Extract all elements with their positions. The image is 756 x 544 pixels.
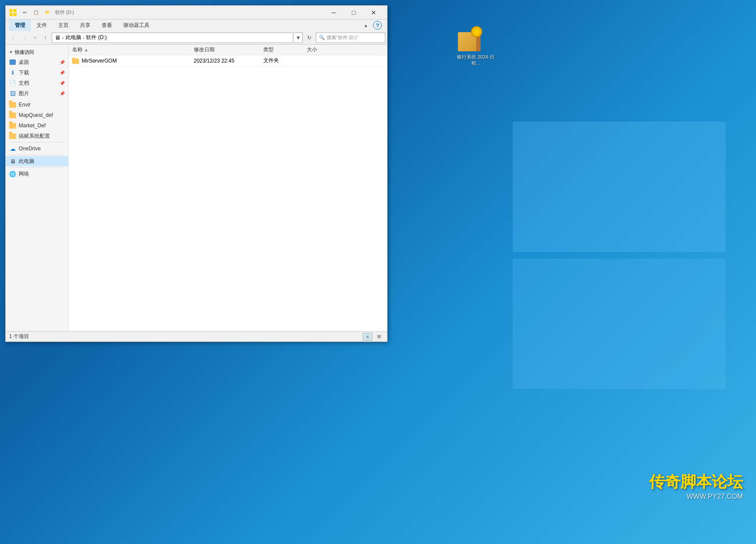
pin-icon-4: 📌 [60, 91, 65, 96]
address-dropdown[interactable]: ▼ [294, 33, 303, 43]
sidebar-label-marketdef: Market_Def [19, 123, 46, 129]
qat-properties[interactable]: 📋 [31, 8, 41, 17]
maximize-button[interactable]: □ [344, 6, 364, 20]
tab-share[interactable]: 共享 [74, 20, 96, 31]
search-box[interactable]: 🔍 搜索"软件 (D:)" [316, 33, 385, 43]
pc-icon: 🖥 [55, 34, 60, 41]
sidebar-label-thispc: 此电脑 [19, 158, 34, 165]
qat-new-folder[interactable]: 📁 [42, 8, 53, 17]
status-right: ≡ ⊞ [363, 333, 384, 341]
pictures-icon-sm: 🖼 [9, 90, 16, 97]
win-shape-top [513, 122, 726, 252]
sidebar-label-sysconfig: 搞赋系统配置 [19, 133, 50, 140]
col-header-name[interactable]: 名称 ▲ [69, 46, 190, 53]
file-type-label: 文件夹 [263, 57, 279, 63]
sort-arrow: ▲ [84, 48, 88, 52]
desktop-icon-sm [9, 59, 16, 66]
sidebar-item-desktop[interactable]: 桌面 📌 [6, 57, 68, 67]
desktop-icon-label: 银行系统 2024-日程... [456, 54, 495, 66]
sidebar-header-quickaccess[interactable]: ▼ 快速访问 [6, 47, 68, 57]
col-header-date[interactable]: 修改日期 [190, 46, 260, 53]
svg-rect-2 [10, 13, 13, 16]
network-icon: 🌐 [9, 170, 16, 177]
col-header-type[interactable]: 类型 [260, 46, 303, 53]
tab-file[interactable]: 文件 [31, 20, 53, 31]
folder-icon-mapquest [9, 112, 16, 119]
folder-icon-sysconfig [9, 133, 16, 139]
svg-rect-1 [13, 9, 17, 12]
status-count: 1 个项目 [9, 333, 29, 340]
back-button[interactable]: ‹ [7, 32, 19, 43]
sidebar-label-pictures: 图片 [19, 90, 29, 97]
file-type-cell: 文件夹 [260, 57, 303, 64]
path-this-pc: 此电脑 [66, 34, 81, 41]
sidebar-item-network[interactable]: 🌐 网络 [6, 169, 68, 179]
sidebar-label-envir: Envir [19, 102, 30, 108]
up-button[interactable]: ↑ [40, 32, 51, 43]
ribbon-collapse[interactable]: ▲ [360, 20, 371, 31]
quickaccess-label: 快速访问 [15, 49, 34, 56]
tab-manage[interactable]: 管理 [9, 20, 31, 31]
tab-view[interactable]: 查看 [96, 20, 118, 31]
watermark-main: 传奇脚本论坛 [649, 471, 743, 493]
sidebar-label-mapquest: MapQuest_def [19, 112, 53, 118]
close-button[interactable]: ✕ [364, 6, 384, 20]
ribbon-tabs: 管理 文件 主页 共享 查看 驱动器工具 ▲ ? [6, 20, 387, 31]
forward-button[interactable]: › [20, 32, 31, 43]
docs-icon-sm: 📄 [9, 80, 16, 86]
windows-logo-decoration [513, 122, 756, 408]
watermark-url: WWW.PY27.COM [649, 493, 743, 501]
sidebar-item-pictures[interactable]: 🖼 图片 📌 [6, 88, 68, 99]
sidebar-section-quickaccess: ▼ 快速访问 桌面 📌 ⬇ 下载 [6, 46, 68, 100]
sidebar-label-onedrive: OneDrive [19, 146, 41, 152]
explorer-window: ↩ 📋 📁 软件 (D:) ─ □ ✕ 管理 文件 主页 共享 查看 驱动器工具… [5, 5, 388, 342]
tab-home[interactable]: 主页 [53, 20, 74, 31]
bank-icon [456, 26, 482, 52]
desktop-icon-bank[interactable]: 银行系统 2024-日程... [456, 26, 495, 66]
sidebar-item-docs[interactable]: 📄 文档 📌 [6, 78, 68, 88]
recent-locations[interactable]: ▼ [32, 32, 39, 43]
tab-drive-tools[interactable]: 驱动器工具 [118, 20, 155, 31]
sidebar-item-thispc[interactable]: 🖥 此电脑 [6, 156, 68, 166]
file-list: 名称 ▲ 修改日期 类型 大小 [69, 45, 387, 331]
pin-icon-2: 📌 [60, 70, 65, 75]
col-header-size[interactable]: 大小 [303, 46, 338, 53]
status-bar: 1 个项目 ≡ ⊞ [6, 331, 387, 342]
refresh-button[interactable]: ↻ [304, 32, 315, 43]
sidebar-item-onedrive[interactable]: ☁ OneDrive [6, 143, 68, 154]
sidebar-item-marketdef[interactable]: Market_Def [6, 120, 68, 131]
main-area: ▼ 快速访问 桌面 📌 ⬇ 下载 [6, 45, 387, 331]
coins-icon [471, 26, 482, 37]
sidebar-item-envir[interactable]: Envir [6, 100, 68, 110]
win-shape-bottom [513, 259, 726, 389]
table-row[interactable]: MirServerGOM 2023/12/23 22:45 文件夹 [69, 55, 387, 66]
window-icon [9, 9, 17, 17]
title-bar: ↩ 📋 📁 软件 (D:) ─ □ ✕ [6, 6, 387, 20]
sidebar-item-downloads[interactable]: ⬇ 下载 📌 [6, 67, 68, 78]
folder-icon-mirserver [72, 58, 79, 64]
minimize-button[interactable]: ─ [324, 6, 344, 20]
col-name-label: 名称 [72, 46, 83, 53]
view-details-button[interactable]: ≡ [363, 333, 372, 341]
qat-undo[interactable]: ↩ [20, 8, 30, 17]
folder-icon-marketdef [9, 122, 16, 129]
sidebar-label-network: 网络 [19, 170, 29, 178]
col-type-label: 类型 [263, 46, 274, 53]
expand-icon: ▼ [9, 50, 13, 54]
file-date-cell: 2023/12/23 22:45 [190, 58, 260, 64]
sidebar-item-mapquest[interactable]: MapQuest_def [6, 110, 68, 120]
sidebar-item-sysconfig[interactable]: 搞赋系统配置 [6, 131, 68, 141]
folder-icon-envir [9, 101, 16, 108]
path-drive: 软件 (D:) [86, 34, 106, 41]
svg-rect-3 [13, 13, 17, 16]
search-icon: 🔍 [319, 35, 325, 40]
address-path[interactable]: 🖥 › 此电脑 › 软件 (D:) [52, 33, 293, 43]
sidebar-label-docs: 文档 [19, 80, 29, 87]
file-date-label: 2023/12/23 22:45 [194, 58, 234, 64]
pin-icon: 📌 [60, 60, 65, 65]
file-name-cell: MirServerGOM [69, 58, 190, 64]
view-tiles-button[interactable]: ⊞ [374, 333, 384, 341]
sidebar-label-desktop: 桌面 [19, 59, 29, 66]
help-button[interactable]: ? [373, 21, 382, 30]
sidebar: ▼ 快速访问 桌面 📌 ⬇ 下载 [6, 45, 69, 331]
